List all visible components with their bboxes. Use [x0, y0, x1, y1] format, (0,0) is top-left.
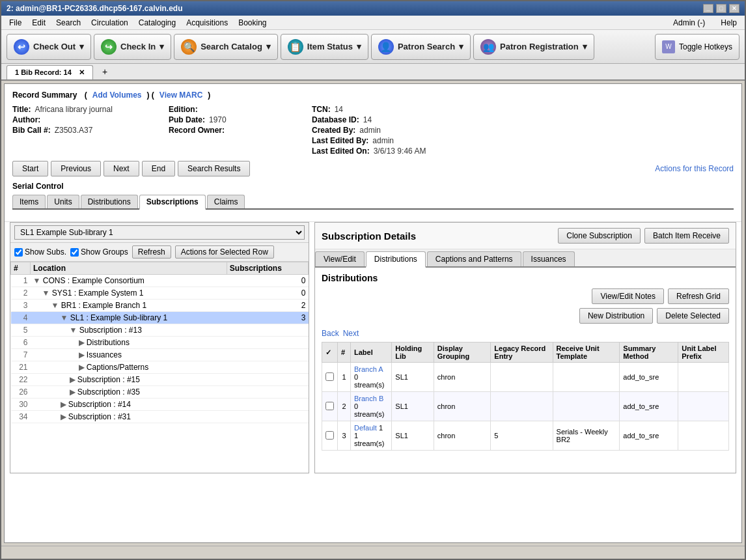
tree-row[interactable]: 1 ▼ CONS : Example Consortium 0: [11, 275, 309, 287]
navigation-buttons: Start Previous Next End Search Results A…: [12, 161, 734, 176]
tab-items[interactable]: Items: [12, 195, 46, 208]
tab-claims[interactable]: Claims: [207, 195, 245, 208]
patron-search-icon: 👤: [378, 39, 394, 55]
item-status-icon: 📋: [288, 39, 303, 55]
show-subs-checkbox-label: Show Subs.: [14, 247, 66, 257]
refresh-button[interactable]: Refresh: [132, 245, 171, 259]
next-button[interactable]: Next: [104, 161, 139, 176]
search-catalog-button[interactable]: 🔍 Search Catalog ▾: [174, 34, 278, 60]
clone-subscription-button[interactable]: Clone Subscription: [558, 228, 641, 244]
tab-subscriptions[interactable]: Subscriptions: [139, 195, 206, 210]
search-results-button[interactable]: Search Results: [178, 161, 250, 176]
detail-tab-distributions[interactable]: Distributions: [366, 251, 426, 268]
left-panel-toolbar: SL1 Example Sub-library 1: [10, 223, 309, 243]
tab-distributions[interactable]: Distributions: [81, 195, 138, 208]
tree-row[interactable]: 5 ▼ Subscription : #13: [11, 324, 309, 337]
minimize-button[interactable]: _: [703, 4, 713, 13]
dist-table-row[interactable]: 3 Default 1 1 stream(s) SL1 chron 5 Seri…: [322, 421, 729, 451]
tab-close-button[interactable]: ✕: [79, 68, 85, 76]
record-summary-title: Record Summary: [12, 91, 77, 100]
end-button[interactable]: End: [142, 161, 175, 176]
toggle-hotkeys-label: Toggle Hotkeys: [679, 42, 732, 51]
col-location: Location: [31, 262, 227, 275]
check-in-label: Check In: [120, 42, 156, 51]
show-groups-checkbox[interactable]: [70, 248, 79, 257]
tab-units[interactable]: Units: [47, 195, 79, 208]
distributions-panel: Distributions View/Edit Notes Refresh Gr…: [315, 268, 736, 473]
menu-acquisitions[interactable]: Acquisitions: [181, 17, 233, 29]
item-status-button[interactable]: 📋 Item Status ▾: [281, 34, 368, 60]
menu-search[interactable]: Search: [51, 17, 86, 29]
bib-record-tab[interactable]: 1 Bib Record: 14 ✕: [7, 65, 93, 79]
actions-for-record-link[interactable]: Actions for this Record: [655, 164, 734, 173]
tree-row[interactable]: 4 ▼ SL1 : Example Sub-library 1 3: [11, 312, 309, 324]
dist-table-row[interactable]: 1 Branch A 0 stream(s) SL1 chron: [322, 363, 729, 392]
menu-cataloging[interactable]: Cataloging: [133, 17, 181, 29]
tree-row[interactable]: 30 ▶ Subscription : #14: [11, 399, 309, 411]
start-button[interactable]: Start: [12, 161, 48, 176]
add-tab-button[interactable]: +: [97, 64, 113, 79]
patron-search-button[interactable]: 👤 Patron Search ▾: [371, 34, 471, 60]
new-distribution-button[interactable]: New Distribution: [579, 308, 653, 324]
record-summary-header: Record Summary ( Add Volumes ) ( View MA…: [12, 91, 734, 100]
batch-item-receive-button[interactable]: Batch Item Receive: [644, 228, 729, 244]
default-link[interactable]: Default: [354, 424, 377, 432]
patron-search-arrow: ▾: [459, 42, 463, 51]
left-panel: SL1 Example Sub-library 1 Show Subs. Sho…: [10, 222, 309, 473]
toggle-hotkeys-button[interactable]: W Toggle Hotkeys: [655, 34, 739, 60]
menu-circulation[interactable]: Circulation: [86, 17, 133, 29]
serial-control-tabs: Items Units Distributions Subscriptions …: [12, 195, 734, 210]
row2-checkbox[interactable]: [325, 402, 334, 410]
title-bar: 2: admin@BR1-PC26336.dhcp56-167.calvin.e…: [1, 1, 745, 16]
last-edited-by-field: Last Edited By: admin: [312, 136, 734, 145]
show-subs-checkbox[interactable]: [14, 248, 23, 257]
tree-row[interactable]: 6 ▶ Distributions: [11, 337, 309, 349]
menu-admin[interactable]: Admin (-): [668, 17, 710, 29]
detail-tab-issuances[interactable]: Issuances: [523, 251, 575, 266]
restore-button[interactable]: □: [716, 4, 726, 13]
menu-help[interactable]: Help: [715, 17, 742, 29]
menu-booking[interactable]: Booking: [233, 17, 271, 29]
tree-row[interactable]: 3 ▼ BR1 : Example Branch 1 2: [11, 300, 309, 312]
tree-row[interactable]: 2 ▼ SYS1 : Example System 1 0: [11, 287, 309, 300]
check-in-button[interactable]: ↪ Check In ▾: [94, 34, 171, 60]
next-link[interactable]: Next: [343, 329, 359, 338]
tree-row[interactable]: 34 ▶ Subscription : #31: [11, 411, 309, 423]
view-marc-link[interactable]: View MARC: [159, 91, 202, 100]
refresh-grid-button[interactable]: Refresh Grid: [668, 288, 729, 304]
edition-field: Edition:: [169, 105, 299, 114]
previous-button[interactable]: Previous: [51, 161, 101, 176]
check-out-button[interactable]: ↩ Check Out ▾: [7, 34, 91, 60]
menu-file[interactable]: File: [4, 17, 27, 29]
actions-selected-row-button[interactable]: Actions for Selected Row: [175, 245, 274, 259]
detail-tab-view-edit[interactable]: View/Edit: [315, 251, 365, 266]
delete-selected-button[interactable]: Delete Selected: [657, 308, 729, 324]
branch-a-link[interactable]: Branch A: [354, 365, 383, 373]
branch-b-link[interactable]: Branch B: [354, 395, 383, 402]
sublibrary-dropdown[interactable]: SL1 Example Sub-library 1: [14, 225, 305, 240]
inner-window: Record Summary ( Add Volumes ) ( View MA…: [4, 83, 742, 543]
check-in-arrow: ▾: [159, 42, 164, 51]
view-edit-notes-button[interactable]: View/Edit Notes: [592, 288, 664, 304]
back-link[interactable]: Back: [322, 329, 339, 338]
tree-row[interactable]: 26 ▶ Subscription : #35: [11, 386, 309, 399]
tree-row[interactable]: 7 ▶ Issuances: [11, 349, 309, 361]
dist-table-row[interactable]: 2 Branch B 0 stream(s) SL1 chron: [322, 392, 729, 421]
tree-row[interactable]: 22 ▶ Subscription : #15: [11, 374, 309, 386]
branch-b-streams: 0 stream(s): [354, 402, 384, 418]
patron-registration-button[interactable]: 👥 Patron Registration ▾: [473, 34, 594, 60]
item-status-arrow: ▾: [357, 42, 361, 51]
row3-checkbox[interactable]: [325, 431, 334, 440]
right-meta-col: Created By: admin Last Edited By: admin …: [312, 126, 734, 156]
menu-edit[interactable]: Edit: [27, 17, 51, 29]
menu-bar: File Edit Search Circulation Cataloging …: [1, 16, 745, 30]
row1-checkbox[interactable]: [325, 372, 334, 381]
detail-tab-captions-patterns[interactable]: Captions and Patterns: [427, 251, 521, 266]
tcn-field: TCN: 14: [312, 105, 734, 114]
dist-toolbar-1: View/Edit Notes Refresh Grid: [322, 288, 729, 304]
tree-row[interactable]: 21 ▶ Captions/Patterns: [11, 361, 309, 374]
close-button[interactable]: ✕: [729, 4, 739, 13]
add-volumes-link[interactable]: Add Volumes: [92, 91, 142, 100]
bib-call-field: Bib Call #: Z3503.A37: [12, 126, 156, 156]
distributions-title: Distributions: [322, 273, 729, 283]
